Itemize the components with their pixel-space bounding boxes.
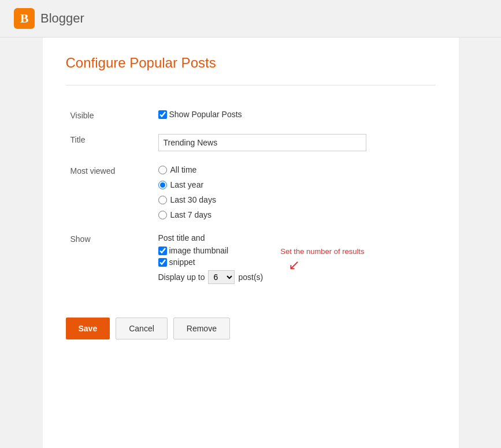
app-header: B Blogger [0,0,501,38]
radio-all-time-text: All time [170,165,197,174]
radio-last-7[interactable] [158,211,167,219]
image-thumbnail-row: image thumbnail [158,246,264,255]
title-row: Title [66,127,436,158]
image-thumbnail-label[interactable]: image thumbnail [169,246,229,255]
post-title-and-text: Post title and [158,233,431,242]
most-viewed-label: Most viewed [66,158,147,226]
radio-all-time-label[interactable]: All time [158,165,431,174]
page-title: Configure Popular Posts [66,55,436,71]
show-popular-posts-checkbox-label[interactable]: Show Popular Posts [158,110,431,119]
cancel-button[interactable]: Cancel [116,318,168,339]
radio-last-year-text: Last year [170,180,204,189]
snippet-row: snippet [158,257,264,267]
radio-last-30[interactable] [158,196,167,204]
display-count-select[interactable]: 1 2 3 4 5 6 7 8 9 10 [208,270,235,284]
blogger-logo-icon: B [14,8,35,29]
posts-label: post(s) [238,272,263,282]
most-viewed-input-col: All time Last year Last 30 days Las [147,158,436,226]
snippet-checkbox[interactable] [158,258,167,267]
title-input-col [147,127,436,158]
radio-last-year-label[interactable]: Last year [158,180,431,189]
buttons-row: Save Cancel Remove [66,308,436,339]
radio-last-30-label[interactable]: Last 30 days [158,195,431,204]
show-popular-posts-checkbox[interactable] [158,110,167,119]
snippet-label[interactable]: snippet [169,257,195,267]
config-form: Visible Show Popular Posts Title Most vi… [66,103,436,291]
display-up-to-row: Display up to 1 2 3 4 5 6 7 [158,270,264,284]
visible-row: Visible Show Popular Posts [66,103,436,127]
radio-last-year[interactable] [158,181,167,189]
app-name: Blogger [40,11,84,26]
arrow-icon: ↙ [288,257,300,273]
show-input-col: Post title and image thumbnail snippet [147,226,436,291]
visible-input-col: Show Popular Posts [147,103,436,127]
radio-group: All time Last year Last 30 days Las [158,165,431,219]
radio-last-30-text: Last 30 days [170,195,216,204]
remove-button[interactable]: Remove [173,318,230,339]
display-up-to-text: Display up to [158,272,205,282]
save-button[interactable]: Save [66,318,110,339]
divider [66,85,436,85]
show-section: Post title and image thumbnail snippet [158,233,431,284]
annotation-text: Set the number of results [280,247,364,256]
title-label: Title [66,127,147,158]
main-content: Configure Popular Posts Visible Show Pop… [43,38,459,448]
checkboxes-column: image thumbnail snippet Display up to [158,246,264,284]
radio-last-7-label[interactable]: Last 7 days [158,210,431,219]
show-popular-posts-text: Show Popular Posts [169,110,242,119]
visible-label: Visible [66,103,147,127]
annotation-container: image thumbnail snippet Display up to [158,246,431,284]
most-viewed-row: Most viewed All time Last year [66,158,436,226]
show-label: Show [66,226,147,291]
annotation-aside: Set the number of results ↙ [271,246,364,273]
image-thumbnail-checkbox[interactable] [158,247,167,255]
radio-last-7-text: Last 7 days [170,210,212,219]
radio-all-time[interactable] [158,166,167,174]
title-input[interactable] [158,134,366,151]
show-row: Show Post title and image thumbnail [66,226,436,291]
